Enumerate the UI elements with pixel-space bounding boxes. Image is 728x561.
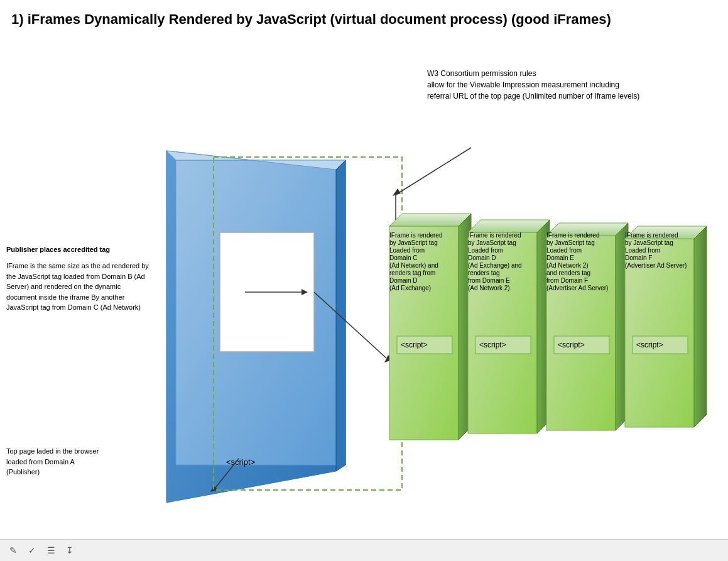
svg-text:Domain D: Domain D [389, 277, 417, 284]
svg-text:IFrame is rendered: IFrame is rendered [625, 232, 678, 239]
svg-text:Loaded from: Loaded from [389, 247, 425, 254]
svg-text:renders tag: renders tag [468, 270, 500, 276]
svg-marker-71 [393, 188, 401, 196]
download-icon[interactable]: ↧ [63, 543, 77, 557]
svg-text:by JavaScript tag: by JavaScript tag [546, 239, 595, 246]
svg-text:Domain C: Domain C [389, 254, 417, 261]
svg-text:(Ad Network) and: (Ad Network) and [389, 262, 438, 269]
svg-marker-3 [336, 160, 345, 471]
svg-text:(Advertiser Ad Server): (Advertiser Ad Server) [625, 262, 687, 269]
svg-text:and renders tag: and renders tag [546, 270, 590, 276]
svg-text:Loaded from: Loaded from [625, 247, 660, 254]
svg-text:IFrame is rendered: IFrame is rendered [389, 232, 442, 239]
svg-marker-38 [694, 226, 707, 427]
diagram-svg: <script> <script> <script> <script> <scr… [0, 50, 728, 553]
toolbar: ✎ ✓ ☰ ↧ [0, 539, 728, 561]
svg-text:(Ad Network 2): (Ad Network 2) [468, 285, 510, 291]
svg-text:(Ad Exchange): (Ad Exchange) [389, 285, 431, 291]
svg-text:Loaded from: Loaded from [468, 247, 503, 254]
svg-text:IFrame is rendered: IFrame is rendered [546, 232, 599, 239]
svg-text:Domain D: Domain D [468, 254, 496, 261]
page-title: 1) iFrames Dynamically Rendered by JavaS… [11, 11, 611, 28]
list-icon[interactable]: ☰ [44, 543, 58, 557]
svg-text:<script>: <script> [401, 340, 428, 349]
svg-text:from Domain E: from Domain E [468, 277, 510, 284]
svg-text:Domain F: Domain F [625, 254, 652, 261]
svg-text:<script>: <script> [636, 340, 663, 349]
svg-text:renders tag from: renders tag from [389, 270, 435, 276]
svg-text:(Advertiser Ad Server): (Advertiser Ad Server) [546, 285, 608, 291]
svg-text:IFrame is rendered: IFrame is rendered [468, 232, 521, 239]
check-icon[interactable]: ✓ [25, 543, 39, 557]
svg-text:<script>: <script> [479, 340, 506, 349]
svg-text:<script>: <script> [226, 457, 255, 467]
svg-text:by JavaScript tag: by JavaScript tag [625, 239, 673, 246]
svg-marker-16 [389, 214, 471, 226]
svg-text:<script>: <script> [558, 340, 585, 349]
svg-text:(Ad Network 2): (Ad Network 2) [546, 262, 589, 269]
pencil-icon[interactable]: ✎ [6, 543, 20, 557]
svg-text:Loaded from: Loaded from [546, 247, 582, 254]
svg-text:by JavaScript tag: by JavaScript tag [468, 239, 516, 246]
svg-text:from Domain F: from Domain F [546, 277, 588, 284]
svg-line-70 [396, 148, 471, 195]
svg-text:(Ad Exchange) and: (Ad Exchange) and [468, 262, 522, 269]
svg-marker-23 [468, 220, 550, 232]
svg-text:by JavaScript tag: by JavaScript tag [389, 239, 438, 246]
svg-text:Domain E: Domain E [546, 254, 574, 261]
